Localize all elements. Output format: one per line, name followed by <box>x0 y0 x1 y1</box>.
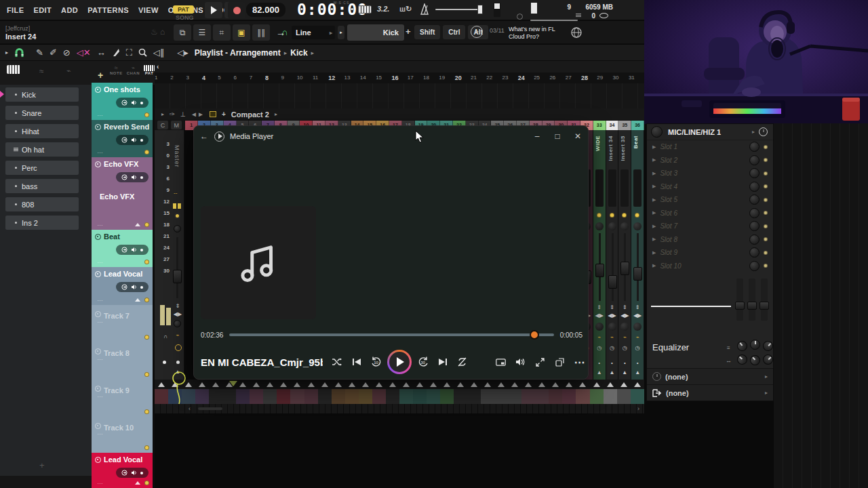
mixer-strip-fader[interactable] <box>637 233 639 301</box>
pattern-select[interactable]: Kick <box>347 24 404 41</box>
collapse-icon[interactable]: ▸ <box>5 49 8 56</box>
slot-enable-led[interactable] <box>764 145 768 149</box>
track-activity-led[interactable] <box>144 335 149 340</box>
play-pause-button[interactable] <box>387 350 412 374</box>
mixer-strip-fader-handle[interactable] <box>620 262 629 275</box>
track-header[interactable]: Reverb Send … <box>92 120 153 157</box>
back-icon[interactable]: ← <box>194 131 214 141</box>
eq-knob-2[interactable] <box>750 340 760 350</box>
media-player-window[interactable]: ← Media Player – □ ✕ 0:02:36 0:00:05 EN … <box>193 125 589 380</box>
seek-track[interactable] <box>229 333 553 336</box>
mixer-bottom-cell[interactable] <box>467 380 481 404</box>
slot-mix-knob[interactable] <box>749 168 760 178</box>
close-button[interactable]: ✕ <box>568 131 588 141</box>
fx-slots-icon[interactable] <box>173 203 182 209</box>
track-header[interactable]: Echo VFX Echo VFX … <box>92 157 153 230</box>
mixer-bottom-cell[interactable] <box>521 380 535 404</box>
mixer-strip-fader[interactable] <box>612 233 614 301</box>
mixer-bottom-cell[interactable] <box>250 380 263 404</box>
mixer-bottom-cell[interactable] <box>617 380 631 404</box>
track-header[interactable]: Beat … <box>92 230 153 267</box>
track-grip-dots[interactable]: … <box>97 110 104 117</box>
globe-icon[interactable] <box>571 27 582 41</box>
master-fader-handle[interactable] <box>173 270 182 283</box>
send-slot-2[interactable]: (none) ▸ <box>647 384 773 401</box>
wait-for-input-icon[interactable]: ш↻ <box>399 5 412 14</box>
slot-arrow-icon[interactable]: ▶ <box>652 144 656 150</box>
picker-add-button[interactable]: + <box>98 70 103 81</box>
eq-knob-1[interactable] <box>735 339 749 353</box>
channel-button[interactable]: Ins 2 <box>5 216 79 230</box>
pat-mode-badge[interactable]: PAT <box>173 5 194 14</box>
track-grip-dots[interactable]: … <box>97 479 104 485</box>
time-display[interactable]: 0:00:00 <box>297 1 368 18</box>
track-activity-led[interactable] <box>144 222 149 227</box>
mixer-strip-fader[interactable] <box>624 233 626 301</box>
insert-tab[interactable]: 35 <box>618 121 631 130</box>
pitch-handle[interactable] <box>531 3 537 14</box>
mixer-strip[interactable]: WIDE ⇕ ◀▶ ⌁ ◷ • ▲ <box>593 130 606 380</box>
mixer-bottom-cell[interactable] <box>155 380 168 404</box>
master-pan-knob[interactable] <box>174 225 181 232</box>
mixer-bottom-cell[interactable] <box>427 380 440 404</box>
track-activity-led[interactable] <box>144 409 149 414</box>
slot-enable-led[interactable] <box>764 237 768 241</box>
mixer-strip-fader-handle[interactable] <box>595 264 604 277</box>
track-activity-led[interactable] <box>144 113 149 117</box>
menu-item[interactable]: ADD <box>61 6 78 14</box>
track-controls[interactable] <box>116 135 149 145</box>
fullscreen-button[interactable] <box>530 358 550 367</box>
slot-mix-knob[interactable] <box>749 261 760 271</box>
track-header[interactable]: Track 9 … <box>92 380 153 417</box>
mute-tool-icon[interactable]: ◁✕ <box>77 47 91 58</box>
slot-arrow-icon[interactable]: ▶ <box>652 171 656 176</box>
modifier-key-button[interactable]: Ctrl <box>443 25 465 39</box>
zoom-tool-icon[interactable] <box>138 48 147 57</box>
slot-mix-knob[interactable] <box>749 208 760 218</box>
mixer-strip-pan-knob[interactable] <box>620 222 629 230</box>
mixer-strip-led[interactable] <box>610 213 614 218</box>
menu-item[interactable]: PATTERNS <box>87 6 129 14</box>
playback-tool-icon[interactable]: ◁∥ <box>153 47 165 58</box>
mixer-bottom-cell[interactable] <box>372 380 386 404</box>
mixer-bottom-cell[interactable] <box>413 380 427 404</box>
rewind-10-button[interactable]: 10 <box>366 357 386 367</box>
slot-arrow-icon[interactable]: ▶ <box>652 157 656 163</box>
volume-button[interactable] <box>511 358 530 366</box>
seek-bar[interactable]: 0:02:36 0:00:05 <box>201 329 583 340</box>
track-activity-led[interactable] <box>144 481 149 485</box>
slot-enable-led[interactable] <box>764 211 768 215</box>
monitor-next-button[interactable]: ▸ <box>338 26 344 39</box>
mixer-bottom-cell[interactable] <box>359 380 372 404</box>
track-grip-dots[interactable]: … <box>97 429 104 436</box>
master-led[interactable] <box>174 213 180 219</box>
record-button[interactable] <box>228 2 245 18</box>
track-activity-led[interactable] <box>144 445 149 450</box>
slot-enable-led[interactable] <box>764 171 768 176</box>
master-sep-knob[interactable] <box>174 320 181 327</box>
picker-tab-pat[interactable]: PAT <box>144 65 155 75</box>
track-grip-dots[interactable]: … <box>97 392 104 399</box>
arrangement-name[interactable]: Compact 2 <box>231 110 269 119</box>
mini-fader-2[interactable] <box>749 279 755 321</box>
track-header[interactable]: Track 7 … <box>92 305 153 342</box>
fx-slot[interactable]: ▶ Slot 8 <box>647 233 773 247</box>
master-clock-icon[interactable] <box>175 344 182 351</box>
stamp-icon[interactable]: ⟂ <box>180 110 185 119</box>
monitor-select[interactable]: Line▸ <box>292 26 335 39</box>
insert-tab[interactable]: 34 <box>606 121 619 130</box>
mixer-bottom-cell[interactable] <box>386 380 399 404</box>
slot-enable-led[interactable] <box>764 158 768 162</box>
horizontal-scrollbar[interactable] <box>198 407 222 410</box>
panel-volume-slider[interactable] <box>651 306 731 307</box>
fx-slot[interactable]: ▶ Slot 6 <box>647 207 773 220</box>
add-channel-button[interactable]: + <box>39 460 45 470</box>
add-pattern-button[interactable]: + <box>406 26 411 37</box>
slot-mix-knob[interactable] <box>749 142 760 152</box>
fx-slot[interactable]: ▶ Slot 1 <box>647 140 773 154</box>
picker-tab-note[interactable]: ≈NOTE <box>110 64 123 75</box>
mixer-bottom-cell[interactable] <box>508 380 521 404</box>
mixer-c-button[interactable]: C <box>157 121 168 129</box>
mixer-bottom-cell[interactable] <box>277 380 290 404</box>
piano-roll-button[interactable]: ⌗ <box>213 24 231 41</box>
